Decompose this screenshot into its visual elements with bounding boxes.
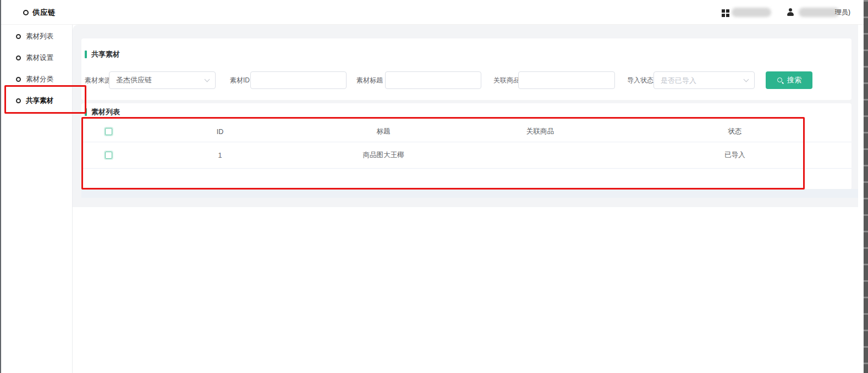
app-logo: 供应链	[23, 0, 56, 25]
header-right-cluster: 理员)	[722, 0, 850, 25]
material-id-label: 素材ID	[230, 71, 250, 89]
column-header-product: 关联商品	[453, 127, 627, 136]
sidebar-item-label: 素材设置	[26, 53, 53, 63]
circle-icon	[16, 55, 21, 60]
sidebar-item-label: 素材分类	[26, 75, 53, 84]
sidebar-item-label: 共享素材	[26, 96, 53, 105]
table-row: 1 商品图大王椰 已导入	[81, 142, 851, 169]
app-logo-circle-icon	[23, 10, 29, 15]
top-header: 供应链 理员)	[0, 0, 864, 25]
material-title-label: 素材标题	[356, 71, 383, 89]
filter-row: 素材来源 素材ID 素材标题 关联商品 导入状态 搜	[81, 71, 851, 89]
source-select[interactable]	[109, 71, 216, 89]
circle-icon	[16, 98, 21, 103]
apps-grid-icon[interactable]	[722, 9, 725, 13]
section-title-text: 素材列表	[91, 107, 120, 117]
circle-icon	[16, 77, 21, 82]
user-person-icon[interactable]	[787, 8, 794, 16]
related-product-label: 关联商品	[493, 71, 520, 89]
cell-status: 已导入	[627, 151, 843, 160]
redacted-workspace-name	[732, 8, 771, 17]
material-table: ID 标题 关联商品 状态 1 商品图大王椰 已导入	[81, 121, 851, 169]
app-title: 供应链	[32, 8, 56, 18]
green-accent-bar	[85, 51, 87, 58]
green-accent-bar	[85, 108, 87, 116]
column-header-status: 状态	[627, 127, 843, 136]
import-status-label: 导入状态	[627, 71, 653, 89]
column-header-title: 标题	[314, 127, 453, 136]
sidebar-item-material-list[interactable]: 素材列表	[0, 26, 72, 47]
cell-title: 商品图大王椰	[314, 151, 453, 160]
search-button[interactable]: 搜索	[766, 71, 812, 89]
sidebar: 素材列表 素材设置 素材分类 共享素材	[0, 25, 73, 373]
filter-section-title: 共享素材	[81, 38, 851, 59]
search-icon	[777, 77, 784, 84]
column-header-id: ID	[127, 128, 314, 136]
user-role-suffix: 理员)	[835, 8, 850, 17]
right-scrollbar-strip[interactable]	[864, 0, 868, 373]
app-window: 供应链 理员) 素材列表 素材设置 素材分类 共享素材	[0, 0, 868, 373]
header-checkbox-cell	[90, 128, 127, 135]
material-list-panel: 素材列表 ID 标题 关联商品 状态 1 商品图大王椰	[81, 103, 851, 190]
cell-id: 1	[127, 152, 314, 159]
import-status-select[interactable]	[653, 71, 755, 89]
shared-material-filter-panel: 共享素材 素材来源 素材ID 素材标题 关联商品 导入状态	[81, 38, 851, 100]
row-checkbox-cell	[90, 152, 127, 159]
material-id-input[interactable]	[250, 71, 347, 89]
section-title-text: 共享素材	[91, 49, 120, 59]
material-title-input[interactable]	[385, 71, 481, 89]
circle-icon	[16, 34, 21, 39]
sidebar-item-material-settings[interactable]: 素材设置	[0, 47, 72, 69]
sidebar-item-shared-material[interactable]: 共享素材	[0, 90, 72, 112]
main-content-area: 共享素材 素材来源 素材ID 素材标题 关联商品 导入状态	[73, 25, 858, 207]
row-checkbox[interactable]	[105, 152, 112, 159]
select-all-checkbox[interactable]	[105, 128, 112, 135]
source-label: 素材来源	[85, 71, 111, 89]
related-product-input[interactable]	[518, 71, 615, 89]
sidebar-item-label: 素材列表	[26, 32, 53, 41]
sidebar-item-material-category[interactable]: 素材分类	[0, 69, 72, 90]
pagination-strip	[81, 189, 858, 198]
search-button-label: 搜索	[787, 75, 801, 85]
import-status-select-input[interactable]	[653, 71, 755, 89]
source-select-input[interactable]	[109, 71, 216, 89]
redacted-username	[799, 8, 839, 17]
table-header-row: ID 标题 关联商品 状态	[81, 121, 851, 142]
table-section-title: 素材列表	[81, 103, 851, 117]
window-left-edge	[0, 0, 1, 373]
